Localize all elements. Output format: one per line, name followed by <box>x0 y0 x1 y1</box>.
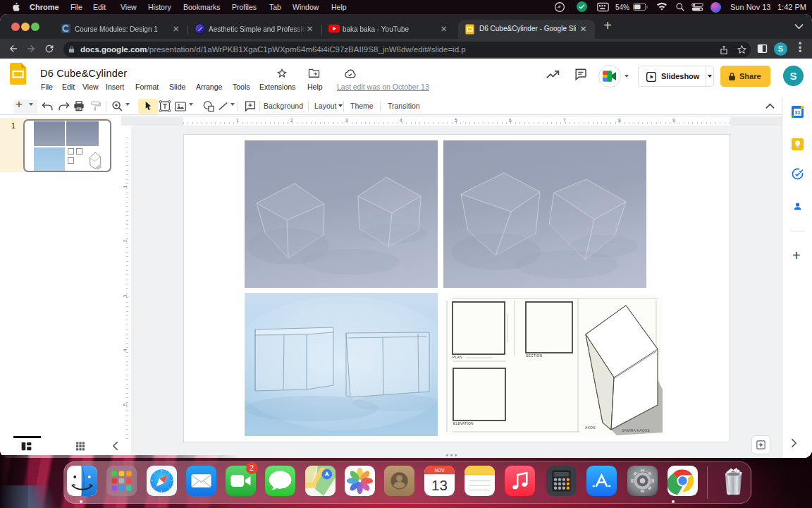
svg-text:13: 13 <box>431 476 448 492</box>
svg-text:31: 31 <box>794 109 800 116</box>
svg-text:NOV: NOV <box>434 468 445 473</box>
